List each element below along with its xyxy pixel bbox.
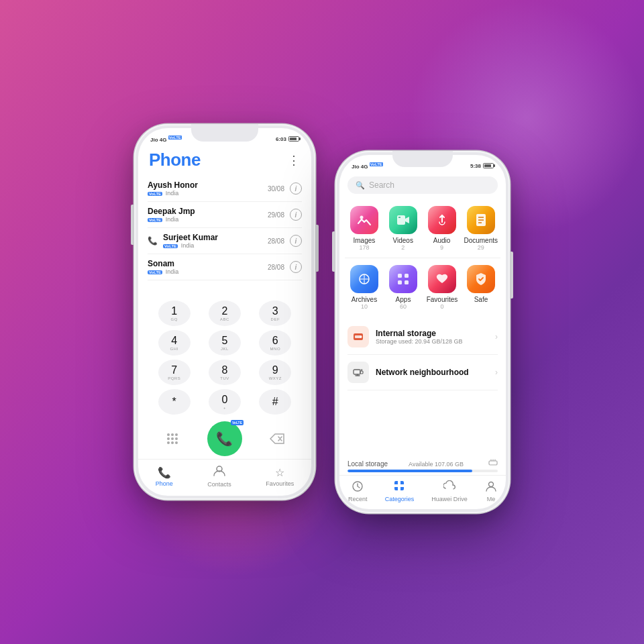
nav-phone[interactable]: 📞 Phone [156,466,173,487]
nav-huawei-drive[interactable]: Huawei Drive [431,480,468,502]
search-placeholder: Search [369,180,394,190]
call-button[interactable]: 📞 [207,421,242,456]
network-storage-info: Network neighbourhood [376,368,495,377]
nav-favourites[interactable]: ☆ Favourites [266,466,294,487]
svg-point-5 [175,437,178,440]
internal-storage-item[interactable]: Internal storage Storage used: 20.94 GB/… [347,319,498,355]
volte-call-badge: VoLTE [231,420,244,425]
phone2-screen: Jio 4G VoLTE 5:38 🔍 Search [339,155,506,509]
safe-icon [467,265,495,293]
dial-key-6[interactable]: 6 MNO [259,330,291,356]
nav-me-label: Me [487,496,496,502]
more-menu-button[interactable]: ⋮ [288,153,301,168]
info-btn-1[interactable]: i [290,182,302,195]
call-info-1: Ayush Honor VoLTE India [148,180,268,197]
notch-1 [191,124,258,142]
info-btn-2[interactable]: i [290,209,302,221]
cat-videos[interactable]: Videos 2 [384,202,423,255]
dial-key-7[interactable]: 7 PQRS [158,360,191,385]
videos-label: Videos [393,237,413,244]
local-storage-header: Local storage Available 107.06 GB [347,458,498,470]
dial-key-9[interactable]: 9 WXYZ [259,360,291,385]
nav-phone-label: Phone [156,480,173,487]
call-item-3[interactable]: 📞 Surjeet Kumar VoLTE India 28/08 i [148,228,302,254]
svg-point-32 [488,482,493,486]
dial-key-4[interactable]: 4 GHI [158,330,191,356]
internal-storage-detail: Storage used: 20.94 GB/128 GB [376,338,495,345]
backspace-button[interactable] [264,426,290,451]
status-right-2: 5:38 [470,163,494,169]
call-item-1[interactable]: Ayush Honor VoLTE India 30/08 i [148,176,302,202]
call-name-3: Surjeet Kumar [163,233,268,242]
call-tag-3: VoLTE [163,244,178,248]
nav-favourites-label: Favourites [266,480,294,487]
images-label: Images [354,237,376,244]
dial-key-3[interactable]: 3 DEF [259,301,291,326]
battery-2 [483,163,494,168]
dial-key-hash[interactable]: # [259,389,291,415]
call-date-2: 29/08 [268,211,284,219]
volte-badge-1: VoLTE [168,136,182,140]
svg-rect-13 [398,217,400,218]
cat-favourites[interactable]: Favourites 0 [423,261,462,314]
recent-nav-icon [352,480,364,494]
cat-audio[interactable]: Audio 9 [423,202,462,255]
call-item-4[interactable]: Sonam VoLTE India 28/08 i [148,254,302,280]
cat-apps[interactable]: Apps 60 [384,261,423,314]
dial-key-2[interactable]: 2 ABC [209,301,241,326]
audio-icon [428,206,456,234]
call-info-4: Sonam VoLTE India [148,259,268,275]
network-icon [347,362,369,383]
nav-me[interactable]: Me [485,480,497,502]
svg-point-8 [175,441,178,444]
search-icon: 🔍 [356,181,365,190]
storage-bar-fill [347,470,472,472]
call-network-4: VoLTE India [148,268,268,275]
images-icon [350,206,378,234]
svg-point-10 [360,216,363,219]
audio-count: 9 [440,244,443,251]
dialpad-row-1: 1 GQ 2 ABC 3 DEF [149,301,301,326]
call-network-1: VoLTE India [148,190,268,197]
phone-dialer: Jio 4G VoLTE 6:03 Phone ⋮ [134,124,315,500]
me-nav-icon [485,480,497,494]
dial-key-8[interactable]: 8 TUV [209,360,241,385]
local-storage-section: Local storage Available 107.06 GB [339,453,506,475]
svg-point-2 [175,433,178,436]
search-bar[interactable]: 🔍 Search [347,176,498,194]
battery-fill-1 [290,138,297,140]
nav-recent[interactable]: Recent [348,480,368,502]
time-2: 5:38 [470,163,481,169]
documents-label: Documents [464,237,498,244]
call-date-3: 28/08 [268,237,284,245]
dial-key-5[interactable]: 5 JKL [209,330,241,356]
archives-label: Archives [352,296,377,303]
bottom-nav-1: 📞 Phone Contacts ☆ Favourites [138,459,311,496]
nav-categories[interactable]: Categories [385,480,415,502]
info-btn-4[interactable]: i [290,261,302,273]
call-item-2[interactable]: Deepak Jmp VoLTE India 29/08 i [148,202,302,228]
local-storage-available: Available 107.06 GB [409,461,464,468]
favourites-icon [428,265,456,293]
svg-point-3 [167,437,170,440]
videos-icon [389,206,417,234]
network-neighbourhood-item[interactable]: Network neighbourhood › [347,355,498,390]
svg-rect-25 [354,370,360,374]
internal-storage-icon [347,326,369,347]
dial-key-0[interactable]: 0 + [209,389,241,415]
info-btn-3[interactable]: i [290,235,302,247]
archives-count: 10 [361,303,368,310]
cat-documents[interactable]: Documents 29 [461,202,500,255]
nav-contacts-label: Contacts [207,481,231,488]
cat-images[interactable]: Images 178 [345,202,384,255]
nav-contacts[interactable]: Contacts [207,465,231,488]
dial-key-1[interactable]: 1 GQ [158,301,191,326]
apps-label: Apps [396,296,411,303]
svg-rect-21 [405,280,409,284]
call-info-3: Surjeet Kumar VoLTE India [163,233,268,249]
cat-archives[interactable]: Archives 10 [345,261,384,314]
cat-safe[interactable]: Safe [462,261,500,314]
keypad-icon[interactable] [160,426,185,451]
dial-key-star[interactable]: * [158,389,191,415]
documents-icon [467,206,495,234]
